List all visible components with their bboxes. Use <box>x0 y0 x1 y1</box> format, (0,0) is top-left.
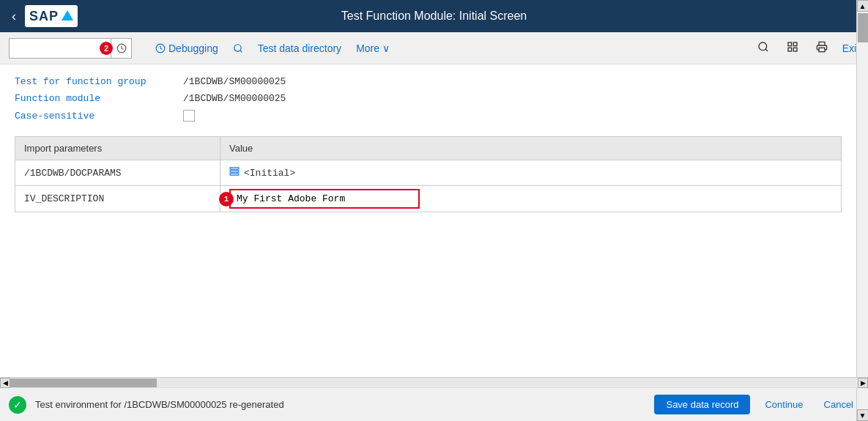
status-icon: ✓ <box>9 396 26 414</box>
svg-rect-9 <box>793 48 797 51</box>
svg-rect-12 <box>230 171 239 172</box>
description-input[interactable] <box>229 189 420 209</box>
value-description[interactable]: 1 <box>220 186 842 212</box>
param-docparams: /1BCDWB/DOCPARAMS <box>15 160 220 186</box>
import-params-table: Import parameters Value /1BCDWB/DOCPARAM… <box>15 136 842 212</box>
chevron-down-icon: ∨ <box>382 42 390 54</box>
badge-2: 2 <box>100 42 113 55</box>
struct-icon <box>229 166 240 179</box>
print-button[interactable] <box>813 38 831 59</box>
label-case-sensitive: Case-sensitive <box>15 111 183 122</box>
svg-line-3 <box>240 50 242 52</box>
bottom-scrollbar: ◀ ▶ <box>0 377 868 387</box>
cancel-button[interactable]: Cancel <box>818 395 859 414</box>
toolbar-input[interactable] <box>9 38 111 59</box>
test-data-dir-link[interactable]: Test data directory <box>252 40 347 57</box>
col-value: Value <box>220 137 842 160</box>
case-sensitive-checkbox[interactable] <box>183 110 195 122</box>
save-data-record-button[interactable]: Save data record <box>654 395 750 414</box>
svg-rect-7 <box>793 42 797 46</box>
main-content: Test for function group /1BCDWB/SM000000… <box>0 64 868 377</box>
bottom-scroll-thumb[interactable] <box>10 379 157 387</box>
search-right-button[interactable] <box>754 38 772 59</box>
param-description: IV_DESCRIPTION <box>15 186 220 212</box>
initial-value-container: <Initial> <box>229 166 832 179</box>
svg-rect-10 <box>819 48 825 51</box>
svg-rect-13 <box>230 174 239 175</box>
svg-rect-8 <box>788 48 792 51</box>
continue-button[interactable]: Continue <box>759 395 809 414</box>
svg-point-2 <box>234 44 240 51</box>
value-function-group: /1BCDWB/SM00000025 <box>183 76 286 87</box>
form-row-function-module: Function module /1BCDWB/SM00000025 <box>15 93 853 104</box>
value-function-module: /1BCDWB/SM00000025 <box>183 93 286 104</box>
title-bar: ‹ SAP Test Function Module: Initial Scre… <box>0 0 868 32</box>
vertical-scrollbar: ▲ ▼ <box>856 64 868 377</box>
form-row-function-group: Test for function group /1BCDWB/SM000000… <box>15 76 853 87</box>
test-data-dir-label: Test data directory <box>258 42 341 54</box>
toolbar-input-wrapper: 2 <box>9 38 132 59</box>
sap-logo-text: SAP <box>29 9 59 24</box>
debugging-link[interactable]: Debugging <box>149 40 224 57</box>
clock-button[interactable] <box>111 38 132 59</box>
initial-value-text: <Initial> <box>244 168 295 179</box>
page-title: Test Function Module: Initial Screen <box>341 10 527 23</box>
col-import-params: Import parameters <box>15 137 220 160</box>
label-function-group: Test for function group <box>15 76 183 87</box>
value-docparams: <Initial> <box>220 160 842 186</box>
back-button[interactable]: ‹ <box>12 9 16 24</box>
sap-triangle-icon <box>62 10 73 21</box>
badge-1: 1 <box>219 192 234 206</box>
svg-point-4 <box>759 42 767 51</box>
sap-logo: SAP <box>25 5 78 27</box>
table-row: /1BCDWB/DOCPARAMS <Initial> <box>15 160 842 186</box>
more-link[interactable]: More ∨ <box>350 40 396 57</box>
form-section: Test for function group /1BCDWB/SM000000… <box>15 76 853 122</box>
toolbar-right: Exit <box>754 38 859 59</box>
scroll-right-arrow[interactable]: ▶ <box>858 378 868 388</box>
debugging-label: Debugging <box>168 42 218 54</box>
svg-rect-11 <box>230 168 239 169</box>
scroll-left-arrow[interactable]: ◀ <box>0 378 10 388</box>
bottom-scroll-track <box>10 378 858 387</box>
desc-row: 1 <box>229 189 832 209</box>
table-row: IV_DESCRIPTION 1 <box>15 186 842 212</box>
form-row-case-sensitive: Case-sensitive <box>15 110 853 122</box>
status-text: Test environment for /1BCDWB/SM00000025 … <box>35 399 645 410</box>
more-label: More <box>356 42 379 54</box>
status-bar: ✓ Test environment for /1BCDWB/SM0000002… <box>0 387 868 421</box>
search-icon-link[interactable] <box>227 40 249 56</box>
label-function-module: Function module <box>15 93 183 104</box>
customize-button[interactable] <box>784 38 801 59</box>
svg-line-5 <box>765 49 768 51</box>
svg-rect-6 <box>788 42 792 46</box>
toolbar: 2 Debugging Test data directory <box>0 32 868 64</box>
